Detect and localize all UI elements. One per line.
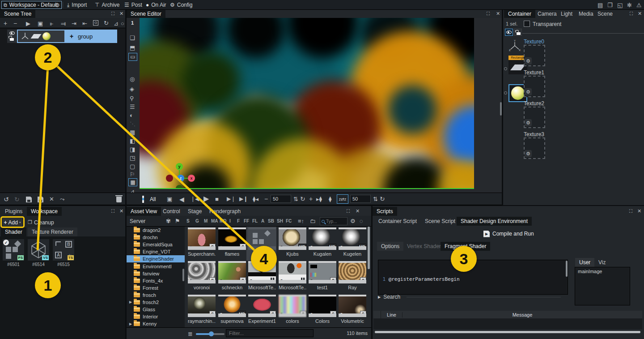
- database-icon[interactable]: ▤: [597, 2, 603, 8]
- folder-item-selected[interactable]: EngineShader: [127, 255, 185, 262]
- asset-item[interactable]: ↗Sraymarchin...: [188, 295, 216, 324]
- next-key-icon[interactable]: ▸⧫: [316, 196, 322, 202]
- snapshot-icon[interactable]: ▣: [167, 196, 172, 202]
- asterisk-icon[interactable]: ✻: [627, 2, 632, 8]
- folder-item[interactable]: Interior: [127, 313, 185, 320]
- lock-toggle-button[interactable]: [514, 29, 522, 36]
- collapse-tree-icon[interactable]: ⫦: [50, 21, 53, 26]
- subtab-shader[interactable]: Shader: [1, 227, 26, 236]
- play-scene-icon[interactable]: ▶: [26, 21, 30, 26]
- folder-item[interactable]: EnvironmentI: [127, 262, 185, 270]
- asset-item[interactable]: ↗Stest1: [309, 261, 336, 290]
- filter-letter-a[interactable]: A: [261, 219, 264, 223]
- stop-icon[interactable]: ■: [215, 196, 219, 202]
- add-node-icon[interactable]: +: [4, 20, 7, 26]
- folder-item[interactable]: ▶frosch2: [127, 299, 185, 306]
- folder-item[interactable]: ▶Kenny: [127, 320, 185, 327]
- contrast-box-icon[interactable]: ◐: [130, 112, 133, 118]
- monitor-icon[interactable]: ⬒: [130, 45, 135, 51]
- gizmo-y-handle[interactable]: y: [176, 163, 183, 170]
- tab-container-script[interactable]: Container Script: [374, 217, 421, 226]
- asset-item[interactable]: ↗SExperiment1: [248, 295, 276, 324]
- maximize-icon[interactable]: ⛶: [629, 209, 632, 214]
- viewport-scrollbar[interactable]: [500, 102, 502, 116]
- tab-asset-view[interactable]: Asset View: [127, 207, 161, 216]
- visibility-radio[interactable]: [504, 67, 507, 70]
- eye-icon[interactable]: [9, 31, 15, 35]
- play-icon[interactable]: ▶: [203, 195, 209, 202]
- asset-item[interactable]: ↗MDKugelen: [339, 227, 366, 257]
- tree-node-group[interactable]: + group: [7, 30, 117, 43]
- filter-letter-fl[interactable]: FL: [252, 219, 258, 223]
- menu-import[interactable]: ⤓Import: [67, 2, 87, 8]
- plugin-item[interactable]: B A ← TS #6515: [53, 239, 74, 269]
- folder-item[interactable]: Engine_VDT: [127, 248, 185, 255]
- tab-control[interactable]: Control: [159, 207, 184, 216]
- asset-item[interactable]: ↗MDsupernova: [218, 295, 246, 324]
- folder-item[interactable]: Forrest: [127, 284, 185, 292]
- menu-on-air[interactable]: ●On Air: [146, 2, 166, 8]
- group-box-icon[interactable]: G: [93, 20, 98, 26]
- folder-item[interactable]: Glass: [127, 306, 185, 313]
- tab-light[interactable]: Light: [557, 10, 576, 18]
- keyframe-icon[interactable]: ⧫: [329, 196, 331, 202]
- camera-icon[interactable]: ◈: [130, 86, 134, 92]
- refresh-icon[interactable]: ↻: [104, 20, 109, 26]
- speed-input[interactable]: [350, 195, 371, 203]
- close-icon[interactable]: ✕: [496, 11, 500, 16]
- asset-item[interactable]: ↗MDKugalen: [309, 227, 336, 257]
- thumb-size-slider[interactable]: [196, 333, 225, 335]
- asset-item[interactable]: ↗Svoronoi: [188, 261, 216, 290]
- menu-config[interactable]: ⚙Config: [170, 2, 192, 8]
- gizmo-x-handle[interactable]: x: [188, 175, 195, 182]
- close-icon[interactable]: ✕: [119, 209, 123, 214]
- frame-input[interactable]: [271, 195, 291, 203]
- frame-c-icon[interactable]: ◳: [130, 155, 135, 161]
- image-icon[interactable]: ▣: [38, 21, 43, 26]
- folder-item[interactable]: EmeraldSqua: [127, 241, 185, 248]
- subtab-options[interactable]: Options: [377, 242, 403, 251]
- bookmark-icon[interactable]: ⚑: [175, 218, 180, 224]
- curve-icon[interactable]: ⋱: [130, 121, 136, 127]
- grid-toggle-button[interactable]: ▦: [128, 178, 137, 186]
- speed-loop-icon[interactable]: ↻: [380, 196, 385, 202]
- texture0-gear-icon[interactable]: ⚙: [525, 57, 532, 64]
- increment-icon[interactable]: +: [309, 196, 313, 202]
- deep-search-icon[interactable]: ◌: [360, 218, 363, 224]
- subtab-texture-renderer[interactable]: Texture Renderer: [28, 227, 77, 236]
- tab-plugins[interactable]: Plugins: [1, 207, 26, 216]
- prev-key-icon[interactable]: ⧫◂: [253, 196, 258, 202]
- compile-and-run-button[interactable]: ▶ Compile and Run: [483, 229, 534, 238]
- tree-vscrollbar[interactable]: [182, 269, 184, 281]
- folder-item[interactable]: Fonts_4x: [127, 277, 185, 284]
- expand-tree-icon[interactable]: ⫥: [61, 21, 66, 26]
- close-icon[interactable]: ✕: [638, 11, 642, 16]
- texture3-gear-icon[interactable]: ⚙: [525, 150, 532, 157]
- asset-item[interactable]: ↗SColors: [309, 295, 336, 324]
- frame-b-icon[interactable]: ◨: [130, 146, 135, 152]
- maximize-icon[interactable]: ⛶: [347, 209, 350, 214]
- menu-post[interactable]: ☰Post: [124, 2, 142, 8]
- tab-scene[interactable]: Scene: [593, 10, 617, 18]
- remove-node-icon[interactable]: −: [13, 20, 17, 26]
- asset-item[interactable]: ↗Sschneckn: [218, 261, 246, 290]
- eye-toggle-button[interactable]: [505, 29, 513, 36]
- close-icon[interactable]: ✕: [356, 209, 360, 214]
- pin-icon[interactable]: ⚲: [130, 95, 134, 101]
- bulb-icon[interactable]: ⚐: [130, 172, 135, 177]
- asset-item[interactable]: ↗Scolors: [279, 295, 306, 324]
- undo-icon[interactable]: ↺: [4, 196, 9, 202]
- side-tab-user[interactable]: User: [575, 258, 594, 267]
- menu-archive[interactable]: ⊤Archive: [95, 2, 119, 8]
- folder-item[interactable]: fanview: [127, 270, 185, 277]
- filter-letter-ff[interactable]: FF: [244, 219, 249, 223]
- move-out-icon[interactable]: ⇤: [82, 21, 87, 26]
- search-expander[interactable]: ▶Search: [378, 294, 561, 300]
- step-forward-icon[interactable]: ▶❘: [227, 196, 235, 202]
- node-visibility-cell[interactable]: [7, 30, 17, 43]
- filter-letter-ma[interactable]: MA: [211, 219, 218, 223]
- texture1-gear-icon[interactable]: ⚙: [525, 88, 532, 95]
- sliders-icon[interactable]: ☰: [130, 104, 135, 110]
- safe-frame-icon[interactable]: ◎: [130, 76, 135, 82]
- search-icon[interactable]: ○: [121, 21, 124, 26]
